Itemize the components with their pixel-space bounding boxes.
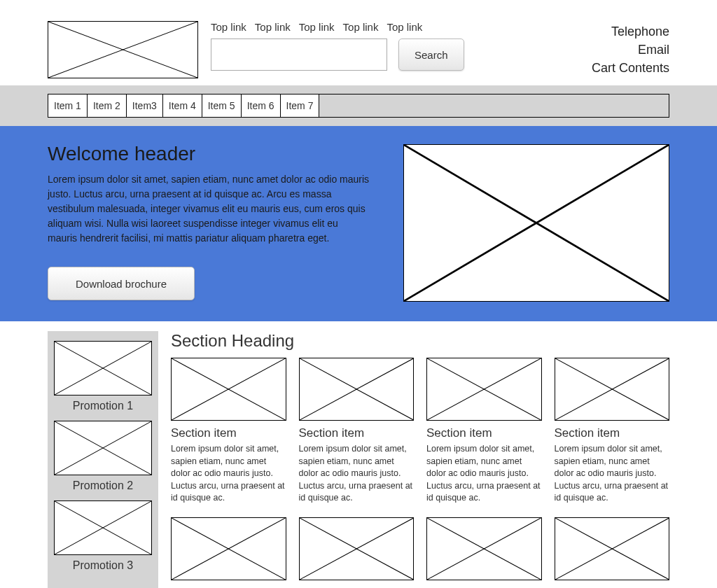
section-card[interactable]: Section item Lorem ipsum dolor sit amet,… — [171, 358, 286, 505]
card-title: Section item — [299, 426, 415, 440]
top-link-4[interactable]: Top link — [343, 21, 379, 33]
nav-item-6[interactable]: Item 6 — [242, 94, 281, 117]
card-title: Section item — [299, 586, 415, 589]
promo-image-1[interactable] — [54, 341, 152, 396]
card-image — [171, 358, 286, 421]
header-email[interactable]: Email — [592, 41, 669, 59]
header-telephone[interactable]: Telephone — [592, 22, 669, 41]
nav-item-2[interactable]: Item 2 — [88, 94, 127, 117]
promotions-sidebar: Promotion 1 Promotion 2 Promotion 3 — [48, 331, 158, 588]
card-title: Section item — [555, 586, 670, 589]
top-link-1[interactable]: Top link — [211, 21, 246, 33]
section-card[interactable]: Section item — [299, 517, 415, 589]
card-title: Section item — [171, 586, 286, 589]
card-image — [299, 517, 415, 580]
section-card[interactable]: Section item Lorem ipsum dolor sit amet,… — [555, 358, 670, 505]
promo-label-3: Promotion 3 — [73, 559, 133, 572]
header-cart[interactable]: Cart Contents — [592, 59, 669, 77]
card-image — [426, 517, 542, 580]
section-card[interactable]: Section item — [171, 517, 286, 589]
card-title: Section item — [426, 586, 542, 589]
card-text: Lorem ipsum dolor sit amet, sapien etiam… — [299, 443, 415, 505]
nav-item-7[interactable]: Item 7 — [281, 94, 320, 117]
card-image — [299, 358, 415, 421]
top-link-3[interactable]: Top link — [299, 21, 335, 33]
card-image — [555, 358, 670, 421]
section-card[interactable]: Section item Lorem ipsum dolor sit amet,… — [426, 358, 542, 505]
card-image — [171, 517, 286, 580]
nav-item-1[interactable]: Item 1 — [48, 94, 88, 117]
promo-label-2: Promotion 2 — [73, 479, 133, 492]
hero-image-placeholder — [403, 144, 669, 302]
promo-image-2[interactable] — [54, 421, 152, 475]
logo-placeholder — [48, 21, 198, 78]
welcome-heading: Welcome header — [48, 143, 375, 165]
nav-item-4[interactable]: Item 4 — [163, 94, 202, 117]
welcome-text: Lorem ipsum dolor sit amet, sapien etiam… — [48, 172, 370, 246]
card-text: Lorem ipsum dolor sit amet, sapien etiam… — [555, 443, 670, 505]
card-text: Lorem ipsum dolor sit amet, sapien etiam… — [171, 443, 286, 505]
card-image — [555, 517, 670, 580]
card-title: Section item — [171, 426, 286, 440]
card-title: Section item — [426, 426, 542, 440]
top-link-2[interactable]: Top link — [255, 21, 291, 33]
promo-image-3[interactable] — [54, 500, 152, 555]
download-brochure-button[interactable]: Download brochure — [48, 267, 195, 300]
top-link-5[interactable]: Top link — [387, 21, 422, 33]
section-card[interactable]: Section item Lorem ipsum dolor sit amet,… — [299, 358, 415, 505]
nav-item-3[interactable]: Item3 — [127, 94, 163, 117]
section-card[interactable]: Section item — [555, 517, 670, 589]
card-image — [426, 358, 542, 421]
section-heading: Section Heading — [171, 331, 669, 351]
section-card[interactable]: Section item — [426, 517, 542, 589]
nav-item-5[interactable]: Item 5 — [202, 94, 242, 117]
card-text: Lorem ipsum dolor sit amet, sapien etiam… — [426, 443, 542, 505]
search-button[interactable]: Search — [398, 38, 464, 71]
search-input[interactable] — [211, 38, 387, 71]
main-nav: Item 1 Item 2 Item3 Item 4 Item 5 Item 6… — [48, 94, 669, 118]
promo-label-1: Promotion 1 — [73, 400, 133, 412]
card-title: Section item — [555, 426, 670, 440]
